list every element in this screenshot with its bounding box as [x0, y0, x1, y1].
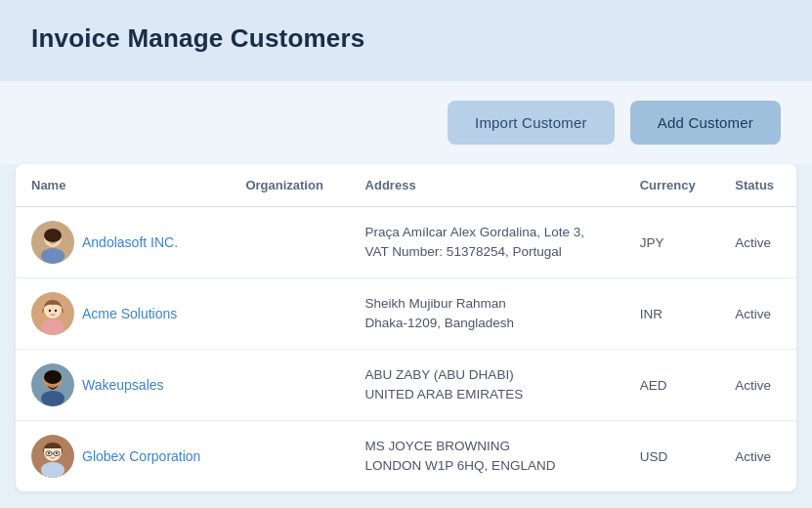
- action-bar: Import Customer Add Customer: [0, 81, 812, 164]
- currency-cell: JPY: [624, 207, 720, 278]
- table-body: Andolasoft INC. Praça Amílcar Alex Gorda…: [16, 207, 796, 492]
- col-header-name: Name: [16, 164, 230, 207]
- import-customer-button[interactable]: Import Customer: [448, 101, 615, 145]
- avatar-cell: [16, 207, 74, 278]
- table-row: Acme Solutions Sheikh Mujibur RahmanDhak…: [16, 278, 796, 350]
- customer-name-cell: Andolasoft INC.: [74, 207, 230, 278]
- customer-name-cell: Globex Corporation: [74, 421, 230, 492]
- currency-cell: USD: [624, 421, 720, 492]
- customer-name-cell: Wakeupsales: [74, 350, 230, 421]
- customer-name-link[interactable]: Andolasoft INC.: [82, 234, 178, 250]
- svg-point-3: [44, 229, 62, 242]
- svg-point-10: [55, 310, 57, 312]
- currency-cell: AED: [624, 350, 720, 421]
- status-badge: Active: [719, 278, 796, 350]
- avatar: [31, 435, 74, 478]
- status-badge: Active: [719, 207, 796, 278]
- avatar: [31, 221, 74, 264]
- customer-name-link[interactable]: Globex Corporation: [82, 448, 200, 464]
- customer-name-cell: Acme Solutions: [74, 278, 230, 350]
- svg-point-24: [56, 452, 58, 454]
- currency-cell: INR: [624, 278, 720, 350]
- add-customer-button[interactable]: Add Customer: [630, 101, 781, 145]
- col-header-organization: Organization: [230, 164, 349, 207]
- address-cell: MS JOYCE BROWNINGLONDON W1P 6HQ, ENGLAND: [350, 421, 624, 492]
- customers-table: Name Organization Address Currency Statu…: [16, 164, 796, 491]
- avatar: [31, 292, 74, 335]
- svg-point-13: [41, 391, 64, 406]
- table-header: Name Organization Address Currency Statu…: [16, 164, 796, 207]
- customer-name-link[interactable]: Acme Solutions: [82, 306, 177, 321]
- col-header-status: Status: [719, 164, 796, 207]
- organization-cell: [230, 207, 349, 278]
- customers-table-container: Name Organization Address Currency Statu…: [16, 164, 796, 491]
- customer-name-link[interactable]: Wakeupsales: [82, 377, 164, 393]
- svg-point-2: [41, 248, 64, 264]
- page-title: Invoice Manage Customers: [31, 23, 781, 54]
- status-badge: Active: [719, 421, 796, 492]
- table-row: Globex Corporation MS JOYCE BROWNINGLOND…: [16, 421, 796, 492]
- avatar-cell: [16, 421, 74, 492]
- address-cell: Sheikh Mujibur RahmanDhaka-1209, Banglad…: [350, 278, 624, 350]
- svg-point-23: [48, 452, 50, 454]
- svg-point-19: [41, 462, 64, 478]
- svg-point-15: [49, 381, 51, 383]
- avatar-cell: [16, 278, 74, 350]
- table-row: Wakeupsales ABU ZABY (ABU DHABI)UNITED A…: [16, 350, 796, 421]
- svg-point-5: [55, 238, 57, 240]
- svg-point-9: [49, 310, 51, 312]
- svg-point-4: [49, 238, 51, 240]
- address-cell: ABU ZABY (ABU DHABI)UNITED ARAB EMIRATES: [350, 350, 624, 421]
- table-row: Andolasoft INC. Praça Amílcar Alex Gorda…: [16, 207, 796, 278]
- avatar: [31, 363, 74, 406]
- address-cell: Praça Amílcar Alex Gordalina, Lote 3,VAT…: [350, 207, 624, 278]
- organization-cell: [230, 350, 349, 421]
- svg-point-16: [55, 381, 57, 383]
- status-badge: Active: [719, 350, 796, 421]
- organization-cell: [230, 278, 349, 350]
- page-header: Invoice Manage Customers: [0, 0, 812, 81]
- avatar-cell: [16, 350, 74, 421]
- col-header-currency: Currency: [624, 164, 720, 207]
- col-header-address: Address: [350, 164, 624, 207]
- organization-cell: [230, 421, 349, 492]
- svg-point-8: [41, 319, 64, 335]
- svg-point-14: [44, 370, 62, 384]
